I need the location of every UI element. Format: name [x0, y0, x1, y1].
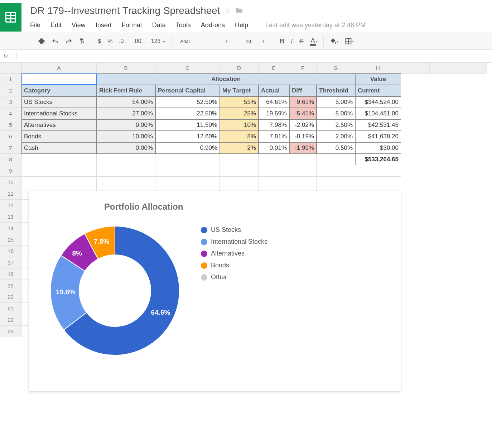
- cell-diff-4[interactable]: -1.99%: [289, 142, 317, 154]
- currency-format-button[interactable]: $: [98, 38, 101, 44]
- cell-diff-1[interactable]: -5.41%: [289, 108, 317, 119]
- cell-target-4[interactable]: 2%: [220, 142, 259, 154]
- cell-cur-0[interactable]: $344,524.00: [355, 96, 401, 108]
- cell-A8[interactable]: [21, 154, 97, 165]
- row-header-2[interactable]: 2: [0, 85, 21, 96]
- row-header-5[interactable]: 5: [0, 119, 21, 131]
- cell-H10[interactable]: [355, 177, 401, 188]
- cell-rick-3[interactable]: 10.00%: [97, 131, 155, 142]
- cell-D9[interactable]: [220, 165, 259, 177]
- percent-format-button[interactable]: %: [107, 38, 112, 44]
- cell-pc-0[interactable]: 52.50%: [155, 96, 220, 108]
- cell-target-0[interactable]: 55%: [220, 96, 259, 108]
- cell-C10[interactable]: [155, 177, 220, 188]
- col-header-B[interactable]: B: [97, 63, 155, 73]
- last-edit-text[interactable]: Last edit was yesterday at 2:46 PM: [265, 22, 366, 29]
- col-header-D[interactable]: D: [220, 63, 259, 73]
- row-header-19[interactable]: 19: [0, 280, 21, 291]
- menu-view[interactable]: View: [72, 22, 86, 29]
- cell-allocation-header[interactable]: Allocation: [97, 73, 355, 85]
- undo-icon[interactable]: [52, 38, 59, 44]
- col-header-G[interactable]: G: [317, 63, 355, 73]
- folder-icon[interactable]: [235, 7, 243, 15]
- cell-target-3[interactable]: 8%: [220, 131, 259, 142]
- cell-H9[interactable]: [355, 165, 401, 177]
- cell-cat-3[interactable]: Bonds: [21, 131, 97, 142]
- hdr-diff[interactable]: Diff: [289, 85, 317, 96]
- cell-pc-3[interactable]: 12.60%: [155, 131, 220, 142]
- paint-format-icon[interactable]: [79, 38, 86, 45]
- cell-actual-1[interactable]: 19.59%: [259, 108, 289, 119]
- menu-help[interactable]: Help: [235, 22, 248, 29]
- row-header-6[interactable]: 6: [0, 131, 21, 142]
- cell-C8[interactable]: [155, 154, 220, 165]
- row-header-4[interactable]: 4: [0, 108, 21, 119]
- cell-G10[interactable]: [317, 177, 355, 188]
- hdr-threshold[interactable]: Threshold: [317, 85, 355, 96]
- row-header-1[interactable]: 1: [0, 73, 21, 85]
- row-header-23[interactable]: 23: [0, 326, 21, 337]
- fill-color-button[interactable]: ▾: [329, 38, 338, 45]
- cell-cur-4[interactable]: $30.00: [355, 142, 401, 154]
- row-header-13[interactable]: 13: [0, 211, 21, 223]
- cell-B9[interactable]: [97, 165, 155, 177]
- cell-thr-4[interactable]: 0.50%: [317, 142, 355, 154]
- cell-D8[interactable]: [220, 154, 259, 165]
- cell-diff-3[interactable]: -0.19%: [289, 131, 317, 142]
- cell-thr-2[interactable]: 2.50%: [317, 119, 355, 131]
- cell-diff-2[interactable]: -2.02%: [289, 119, 317, 131]
- font-family-select[interactable]: Arial▼: [178, 39, 231, 44]
- italic-button[interactable]: I: [291, 38, 293, 45]
- hdr-target[interactable]: My Target: [220, 85, 259, 96]
- cell-rick-1[interactable]: 27.00%: [97, 108, 155, 119]
- cell-F10[interactable]: [289, 177, 317, 188]
- cell-cat-2[interactable]: Alternatives: [21, 119, 97, 131]
- col-header-A[interactable]: A: [21, 63, 97, 73]
- cell-G8[interactable]: [317, 154, 355, 165]
- menu-format[interactable]: Format: [122, 22, 142, 29]
- cell-diff-0[interactable]: 9.61%: [289, 96, 317, 108]
- cell-E8[interactable]: [259, 154, 289, 165]
- menu-data[interactable]: Data: [152, 22, 166, 29]
- row-header-14[interactable]: 14: [0, 223, 21, 234]
- font-size-select[interactable]: 10▼: [243, 39, 268, 44]
- increase-decimal-button[interactable]: .00_: [133, 38, 144, 44]
- row-header-17[interactable]: 17: [0, 257, 21, 268]
- cell-thr-1[interactable]: 5.00%: [317, 108, 355, 119]
- cell-cat-4[interactable]: Cash: [21, 142, 97, 154]
- menu-insert[interactable]: Insert: [96, 22, 112, 29]
- hdr-rick[interactable]: Rick Ferri Rule: [97, 85, 155, 96]
- cell-cur-2[interactable]: $42,531.45: [355, 119, 401, 131]
- cell-rick-0[interactable]: 54.00%: [97, 96, 155, 108]
- hdr-actual[interactable]: Actual: [259, 85, 289, 96]
- text-color-button[interactable]: A ▾: [310, 37, 318, 46]
- row-header-9[interactable]: 9: [0, 165, 21, 177]
- row-header-16[interactable]: 16: [0, 246, 21, 257]
- hdr-current[interactable]: Current: [355, 85, 401, 96]
- row-header-12[interactable]: 12: [0, 200, 21, 211]
- document-title[interactable]: DR 179--Investment Tracking Spreadsheet: [30, 5, 220, 16]
- hdr-category[interactable]: Category: [21, 85, 97, 96]
- row-header-21[interactable]: 21: [0, 303, 21, 314]
- cell-F9[interactable]: [289, 165, 317, 177]
- row-header-3[interactable]: 3: [0, 96, 21, 108]
- cell-E9[interactable]: [259, 165, 289, 177]
- col-header-H[interactable]: H: [355, 63, 401, 73]
- cell-G9[interactable]: [317, 165, 355, 177]
- redo-icon[interactable]: [65, 38, 72, 44]
- cell-thr-3[interactable]: 2.00%: [317, 131, 355, 142]
- cell-cat-0[interactable]: US Stocks: [21, 96, 97, 108]
- cell-A1[interactable]: [21, 73, 97, 85]
- cell-F8[interactable]: [289, 154, 317, 165]
- cell-C9[interactable]: [155, 165, 220, 177]
- cell-rick-4[interactable]: 0.00%: [97, 142, 155, 154]
- cell-actual-3[interactable]: 7.81%: [259, 131, 289, 142]
- star-icon[interactable]: ☆: [225, 6, 231, 15]
- cell-rick-2[interactable]: 9.00%: [97, 119, 155, 131]
- chart-embed[interactable]: Portfolio Allocation 64.6%19.6%8%7.8% US…: [29, 191, 401, 337]
- cell-B10[interactable]: [97, 177, 155, 188]
- cell-thr-0[interactable]: 5.00%: [317, 96, 355, 108]
- col-header-C[interactable]: C: [155, 63, 220, 73]
- cell-E10[interactable]: [259, 177, 289, 188]
- cell-total[interactable]: $533,204.65: [355, 154, 401, 165]
